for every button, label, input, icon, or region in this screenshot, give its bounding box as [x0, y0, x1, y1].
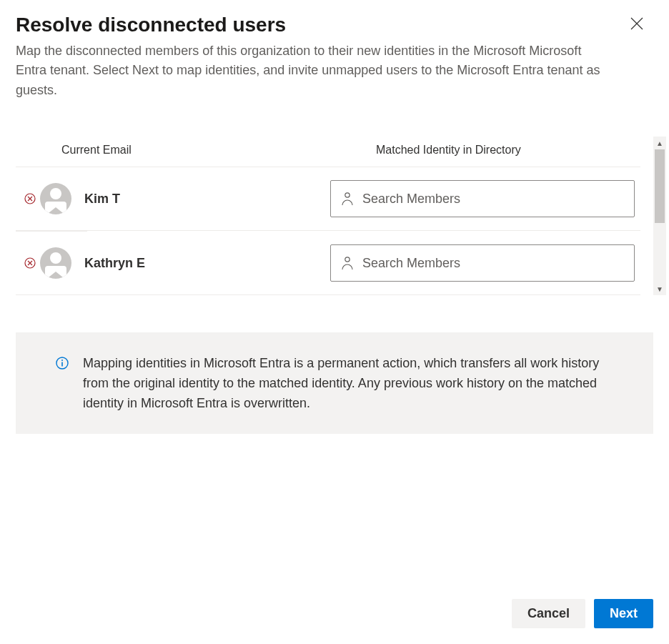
- svg-point-1: [345, 193, 350, 197]
- person-icon: [341, 192, 354, 206]
- table-header: Current Email Matched Identity in Direct…: [16, 137, 640, 167]
- svg-point-3: [345, 257, 350, 262]
- col-matched-identity: Matched Identity in Directory: [376, 144, 640, 157]
- scrollbar-track[interactable]: [653, 149, 666, 282]
- cancel-button[interactable]: Cancel: [512, 599, 585, 628]
- avatar: [40, 183, 71, 214]
- svg-rect-6: [61, 362, 63, 367]
- next-button[interactable]: Next: [594, 599, 653, 628]
- scrollbar-thumb[interactable]: [655, 149, 665, 222]
- user-name: Kathryn E: [76, 256, 330, 271]
- user-row: Kathryn E: [16, 232, 640, 295]
- scrollbar[interactable]: ▲ ▼: [653, 137, 666, 295]
- person-icon: [341, 256, 354, 270]
- search-members-input[interactable]: [362, 256, 624, 271]
- search-members-field[interactable]: [330, 244, 635, 282]
- search-members-input[interactable]: [362, 192, 624, 207]
- svg-point-5: [61, 360, 63, 361]
- dialog-subtitle: Map the disconnected members of this org…: [16, 41, 609, 101]
- scroll-up-icon[interactable]: ▲: [653, 137, 666, 149]
- user-row: Kim T: [16, 167, 640, 231]
- search-members-field[interactable]: [330, 180, 635, 217]
- info-text: Mapping identities in Microsoft Entra is…: [83, 354, 626, 414]
- error-icon: [16, 193, 40, 204]
- close-icon: [630, 17, 643, 30]
- error-icon: [16, 257, 40, 269]
- col-current-email: Current Email: [61, 144, 376, 157]
- close-button[interactable]: [630, 17, 643, 30]
- avatar: [40, 247, 71, 279]
- info-panel: Mapping identities in Microsoft Entra is…: [16, 332, 653, 434]
- dialog-title: Resolve disconnected users: [16, 13, 653, 37]
- user-name: Kim T: [76, 192, 330, 207]
- scroll-down-icon[interactable]: ▼: [653, 282, 666, 295]
- info-icon: [36, 354, 69, 414]
